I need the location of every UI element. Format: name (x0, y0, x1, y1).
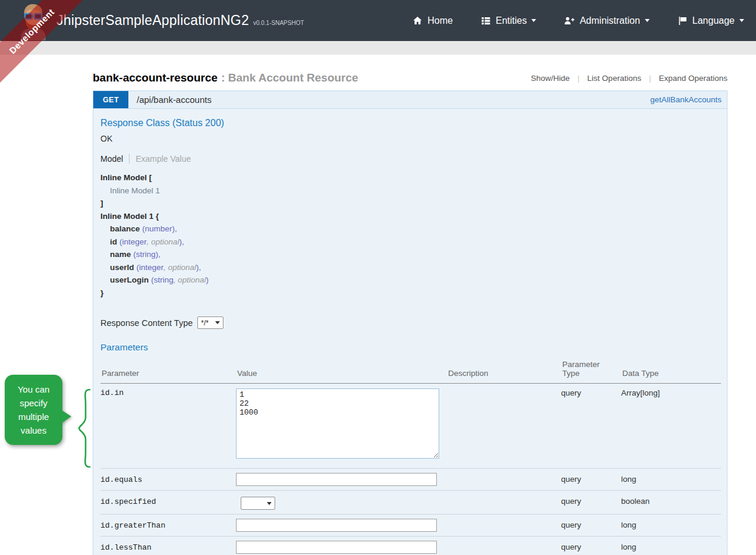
brand-version: v0.0.1-SNAPSHOT (253, 20, 304, 26)
operation-get-bank-accounts: GET /api/bank-accounts getAllBankAccount… (93, 90, 727, 555)
col-header-value: Value (236, 358, 447, 384)
operation-header-bar[interactable]: GET /api/bank-accounts getAllBankAccount… (93, 90, 727, 109)
param-description (447, 491, 561, 515)
model-signature: Inline Model [ Inline Model 1 ] Inline M… (100, 171, 720, 299)
param-data-type: boolean (621, 491, 721, 515)
chevron-down-icon (739, 19, 744, 24)
swagger-container: bank-account-resource: Bank Account Reso… (93, 55, 727, 555)
select-caret-icon (267, 502, 272, 507)
nav-item-label: Entities (496, 15, 527, 26)
response-content-type-select[interactable]: */* (197, 316, 223, 329)
model-array-close: ] (100, 197, 720, 210)
param-type: query (561, 491, 621, 515)
chevron-down-icon (531, 19, 536, 24)
param-description (447, 469, 561, 491)
flag-icon (678, 16, 688, 26)
link-separator: | (649, 74, 651, 83)
col-header-parameter: Parameter (100, 358, 236, 384)
jhipster-avatar-logo (16, 2, 51, 40)
list-icon (481, 16, 491, 26)
list-operations-link[interactable]: List Operations (587, 74, 641, 83)
param-name: id.lessThan (100, 537, 236, 555)
param-data-type: long (621, 469, 721, 491)
nav-item-label: Administration (579, 15, 640, 26)
operation-body: Response Class (Status 200) OK Model Exa… (93, 109, 727, 555)
model-object-open: Inline Model 1 { (100, 210, 720, 223)
id-lessthan-input[interactable] (236, 541, 437, 554)
model-property: id(integer, optional), (100, 236, 720, 249)
nav-item-home[interactable]: Home (412, 15, 453, 26)
annotation-text: You can specify multiple values (18, 384, 50, 435)
response-status-text: OK (100, 134, 720, 143)
nav-item-label: Home (427, 15, 453, 26)
chevron-down-icon (645, 19, 650, 24)
param-row-id-specified: id.specified query boolean (100, 491, 721, 515)
param-name: id.in (100, 384, 236, 469)
brand-title: JhipsterSampleApplicationNG2 (56, 12, 249, 29)
operation-nickname-link[interactable]: getAllBankAccounts (650, 91, 722, 108)
parameters-heading: Parameters (100, 342, 720, 353)
bubble-pointer-icon (61, 410, 71, 424)
param-description (447, 515, 561, 537)
sub-navbar-strip (0, 41, 756, 55)
resource-subtitle: : Bank Account Resource (221, 71, 358, 84)
param-row-id-greaterthan: id.greaterThan query long (100, 515, 721, 537)
col-header-data-type: Data Type (621, 358, 721, 384)
model-property: userLogin(string, optional) (100, 274, 720, 287)
operation-path[interactable]: /api/bank-accounts (137, 91, 212, 108)
nav-item-administration[interactable]: Administration (564, 15, 649, 26)
brand-link[interactable]: JhipsterSampleApplicationNG2 v0.0.1-SNAP… (56, 0, 304, 41)
navbar: JhipsterSampleApplicationNG2 v0.0.1-SNAP… (0, 0, 756, 41)
col-header-parameter-type: Parameter Type (561, 358, 621, 384)
annotation-brace-icon (75, 388, 92, 469)
param-description (447, 537, 561, 555)
resource-header: bank-account-resource: Bank Account Reso… (93, 71, 727, 84)
home-icon (412, 16, 423, 26)
annotation-bubble: You can specify multiple values (5, 375, 62, 445)
response-class-heading: Response Class (Status 200) (100, 118, 720, 128)
param-row-id-in: id.in 1 22 1000 query Array[long] (100, 384, 721, 469)
model-array-item: Inline Model 1 (100, 184, 720, 197)
select-caret-icon (215, 321, 220, 327)
param-row-id-equals: id.equals query long (100, 469, 721, 491)
param-type: query (561, 469, 621, 491)
nav-item-language[interactable]: Language (678, 15, 744, 26)
param-name: id.equals (100, 469, 236, 491)
param-data-type: long (621, 515, 721, 537)
user-plus-icon (564, 16, 575, 26)
expand-operations-link[interactable]: Expand Operations (659, 74, 727, 83)
param-type: query (561, 384, 621, 469)
param-name: id.greaterThan (100, 515, 236, 537)
tab-separator (129, 153, 130, 164)
id-in-textarea[interactable]: 1 22 1000 (236, 388, 439, 459)
resource-name: bank-account-resource (93, 71, 218, 84)
param-row-id-lessthan: id.lessThan query long (100, 537, 721, 555)
link-separator: | (578, 74, 580, 83)
resource-links: Show/Hide | List Operations | Expand Ope… (531, 74, 727, 83)
id-specified-select[interactable] (241, 497, 275, 510)
model-property: balance(number), (100, 222, 720, 236)
param-type: query (561, 515, 621, 537)
id-greaterthan-input[interactable] (236, 519, 437, 532)
col-header-description: Description (447, 358, 561, 384)
response-content-type-row: Response Content Type */* (100, 316, 720, 329)
http-method-badge[interactable]: GET (93, 91, 128, 108)
model-property: name(string), (100, 248, 720, 261)
show-hide-link[interactable]: Show/Hide (531, 74, 569, 83)
model-tabs: Model Example Value (100, 153, 720, 164)
param-name: id.specified (100, 491, 236, 515)
id-equals-input[interactable] (236, 473, 437, 486)
parameters-table: Parameter Value Description Parameter Ty… (100, 358, 721, 555)
response-content-type-label: Response Content Type (100, 318, 193, 328)
tab-example-value[interactable]: Example Value (136, 154, 191, 164)
nav-menu: Home Entities Administration Language (412, 0, 744, 41)
param-data-type: long (621, 537, 721, 555)
model-array-open: Inline Model [ (100, 171, 720, 184)
nav-item-label: Language (692, 15, 735, 26)
param-type: query (561, 537, 621, 555)
model-object-close: } (100, 287, 720, 300)
param-data-type: Array[long] (621, 384, 721, 469)
resource-title: bank-account-resource: Bank Account Reso… (93, 71, 358, 84)
tab-model[interactable]: Model (100, 154, 123, 164)
nav-item-entities[interactable]: Entities (481, 15, 536, 26)
